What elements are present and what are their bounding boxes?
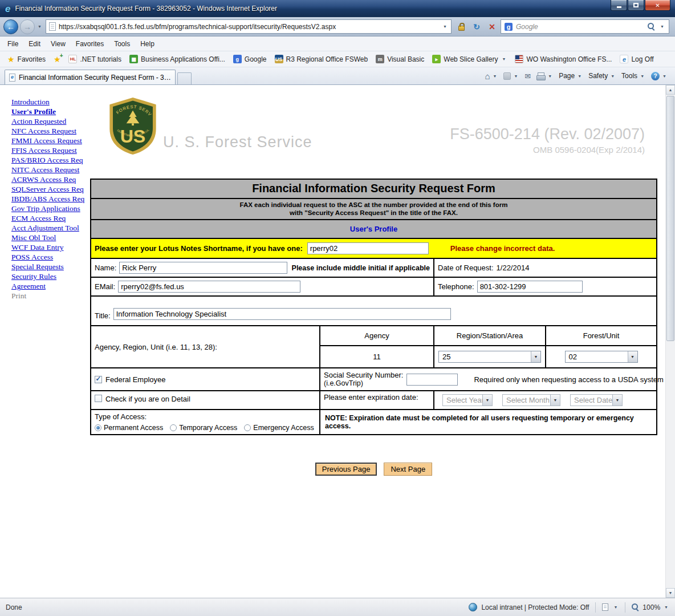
sidebar-item-fmmi-access[interactable]: FMMI Access Request <box>11 136 90 145</box>
sidebar-item-wcf-data-entry[interactable]: WCF Data Entry <box>11 242 90 252</box>
address-bar: ← → ▼ https://sxabqsql001.r3.fs.fed.us/b… <box>0 17 675 37</box>
temporary-access-radio[interactable] <box>170 424 177 431</box>
sidebar-item-misc-obl-tool[interactable]: Misc Obl Tool <box>11 233 90 242</box>
favorite-wo-washington-office[interactable]: WO Washington Office FS... <box>511 53 616 65</box>
expiration-year-select[interactable]: Select Year ▼ <box>442 394 493 406</box>
favorite-visual-basic[interactable]: m Visual Basic <box>372 53 428 65</box>
favorite-google[interactable]: g Google <box>229 53 271 65</box>
forest-unit-select[interactable]: 02 ▼ <box>565 351 638 363</box>
expiration-date-select[interactable]: Select Date ▼ <box>570 394 623 406</box>
title-label: Title: <box>95 311 111 320</box>
sidebar-item-acct-adjustment[interactable]: Acct Adjustment Tool <box>11 223 90 233</box>
expiration-month-select[interactable]: Select Month ▼ <box>502 394 560 406</box>
sidebar-item-poss-access[interactable]: POSS Access <box>11 252 90 262</box>
address-dropdown-icon[interactable]: ▼ <box>442 25 448 29</box>
safety-menu-button[interactable]: Safety▼ <box>585 70 619 82</box>
help-button[interactable]: ?▼ <box>648 70 670 83</box>
feeds-button[interactable]: ▼ <box>501 70 522 82</box>
sidebar-item-pas-brio-access[interactable]: PAS/BRIO Access Req <box>11 155 90 165</box>
close-button[interactable]: ✕ <box>645 0 670 11</box>
print-button[interactable]: ▼ <box>534 70 556 82</box>
sidebar-item-special-requests[interactable]: Special Requests <box>11 262 90 271</box>
stop-button[interactable]: ✕ <box>485 19 499 34</box>
compatibility-view-control[interactable]: ▼ <box>602 603 619 611</box>
refresh-icon: ↻ <box>473 22 480 31</box>
favorite-dotnet-tutorials[interactable]: HL .NET tutorials <box>64 53 125 65</box>
maximize-button[interactable] <box>628 0 644 11</box>
sidebar-item-acrws-access[interactable]: ACRWS Access Req <box>11 175 90 184</box>
on-detail-checkbox[interactable] <box>95 395 102 402</box>
menu-view[interactable]: View <box>46 38 71 50</box>
scroll-down-button[interactable]: ▼ <box>666 588 675 598</box>
favorite-web-slice-gallery[interactable]: ▸ Web Slice Gallery ▼ <box>428 53 511 65</box>
forward-button[interactable]: → <box>20 19 35 34</box>
business-applications-icon: ▦ <box>129 55 138 63</box>
menu-favorites[interactable]: Favorites <box>71 38 109 50</box>
emergency-access-radio[interactable] <box>244 424 251 431</box>
tools-menu-button[interactable]: Tools▼ <box>619 70 648 82</box>
menu-edit[interactable]: Edit <box>23 38 46 50</box>
recent-pages-dropdown-icon[interactable]: ▼ <box>36 25 43 29</box>
permanent-access-radio[interactable] <box>95 424 101 431</box>
sidebar-item-ffis-access[interactable]: FFIS Access Request <box>11 145 90 155</box>
sidebar-item-ecm-access[interactable]: ECM Access Req <box>11 213 90 223</box>
emergency-access-option[interactable]: Emergency Access <box>244 424 314 432</box>
telephone-input[interactable] <box>477 281 583 293</box>
tab-financial-form[interactable]: Financial Information Security Request F… <box>5 70 176 84</box>
vertical-scrollbar[interactable]: ▲ ▼ <box>665 85 675 598</box>
sidebar-item-sqlserver-access[interactable]: SQLServer Access Req <box>11 184 90 194</box>
back-button[interactable]: ← <box>3 19 18 34</box>
refresh-button[interactable]: ↻ <box>470 19 483 34</box>
sidebar-item-action-requested[interactable]: Action Requested <box>11 116 90 126</box>
telephone-label: Telephone: <box>438 282 474 291</box>
title-input[interactable] <box>113 308 451 320</box>
favorite-log-off[interactable]: e Log Off <box>616 53 657 65</box>
web-slice-dropdown-icon[interactable]: ▼ <box>501 57 507 61</box>
scrollbar-thumb[interactable] <box>666 96 674 341</box>
favorites-button[interactable]: ★ Favorites <box>3 54 50 65</box>
favorite-r3-regional-office[interactable]: US R3 Regional Office FSWeb <box>271 53 372 65</box>
security-request-form: Financial Information Security Request F… <box>90 179 657 435</box>
minimize-button[interactable] <box>611 0 627 11</box>
sidebar-item-introduction[interactable]: Introduction <box>11 97 90 107</box>
scroll-up-button[interactable]: ▲ <box>666 85 675 95</box>
ssn-input[interactable] <box>406 374 458 386</box>
page-menu-button[interactable]: Page▼ <box>556 70 585 82</box>
favorites-bar: ★ Favorites ★ HL .NET tutorials ▦ Busine… <box>0 51 675 67</box>
form-page: FOREST SERVICE US DEPARTMENT OF AGRICULT… <box>90 85 665 598</box>
search-options-dropdown-icon[interactable]: ▼ <box>659 25 665 29</box>
sidebar-item-agreement[interactable]: Agreement <box>11 281 90 291</box>
sidebar-item-nfc-access[interactable]: NFC Access Request <box>11 126 90 136</box>
region-select-arrow-icon[interactable]: ▼ <box>531 351 540 362</box>
section-title: User's Profile <box>350 225 397 233</box>
forest-select-arrow-icon[interactable]: ▼ <box>628 351 637 362</box>
home-button[interactable]: ⌂▼ <box>482 70 501 83</box>
region-select[interactable]: 25 ▼ <box>438 351 541 363</box>
next-page-button[interactable]: Next Page <box>384 463 432 476</box>
temporary-access-option[interactable]: Temporary Access <box>170 424 237 432</box>
security-report-button[interactable] <box>454 19 468 34</box>
sidebar-item-gov-trip[interactable]: Gov Trip Applications <box>11 204 90 213</box>
permanent-access-option[interactable]: Permanent Access <box>95 424 163 432</box>
previous-page-button[interactable]: Previous Page <box>315 463 377 476</box>
favorite-business-applications[interactable]: ▦ Business Applications Offi... <box>125 53 229 65</box>
new-tab-button[interactable] <box>177 72 192 84</box>
sidebar-item-nitc-access[interactable]: NITC Access Request <box>11 165 90 175</box>
name-input[interactable] <box>119 262 287 274</box>
zoom-control[interactable]: 100% ▼ <box>632 603 669 611</box>
federal-employee-checkbox[interactable] <box>95 376 102 383</box>
sidebar-item-ibdb-abs-access[interactable]: IBDB/ABS Access Req <box>11 194 90 204</box>
address-input[interactable]: https://sxabqsql001.r3.fs.fed.us/bfm/pro… <box>46 19 452 34</box>
add-to-favorites-bar-button[interactable]: ★ <box>50 54 65 65</box>
menu-tools[interactable]: Tools <box>109 38 135 50</box>
read-mail-button[interactable]: ✉ <box>522 70 534 83</box>
search-input[interactable]: g Google ▼ <box>501 19 669 34</box>
email-input[interactable] <box>118 281 300 293</box>
sidebar-item-users-profile[interactable]: User's Profile <box>11 107 90 116</box>
sidebar-item-security-rules[interactable]: Security Rules <box>11 271 90 281</box>
menu-help[interactable]: Help <box>135 38 160 50</box>
browser-window: e Financial Information Security Request… <box>0 0 675 616</box>
lotus-shortname-input[interactable] <box>307 242 429 254</box>
search-icon[interactable] <box>648 23 656 31</box>
menu-file[interactable]: File <box>2 38 23 50</box>
